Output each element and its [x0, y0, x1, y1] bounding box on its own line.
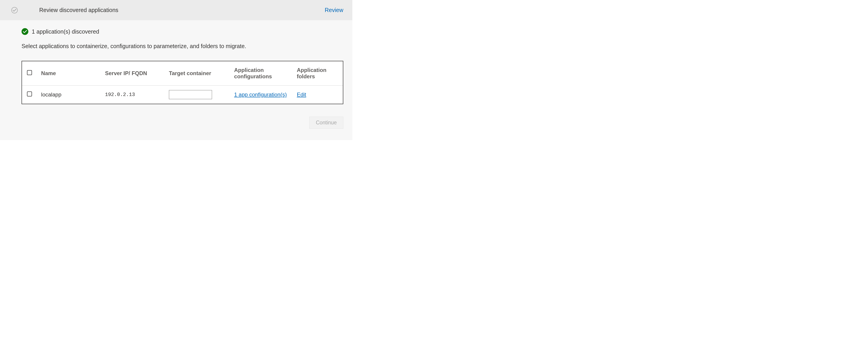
row-server: 192.0.2.13	[101, 86, 165, 104]
select-all-checkbox[interactable]	[27, 70, 32, 75]
header-target: Target container	[165, 61, 230, 86]
header-config: Application configurations	[230, 61, 293, 86]
target-container-input[interactable]	[169, 90, 212, 99]
row-checkbox-cell	[22, 86, 37, 104]
status-text: 1 application(s) discovered	[32, 28, 99, 35]
header-checkbox-cell	[22, 61, 37, 86]
app-configurations-link[interactable]: 1 app configuration(s)	[234, 91, 287, 99]
description-text: Select applications to containerize, con…	[22, 43, 343, 50]
review-link[interactable]: Review	[325, 7, 343, 13]
content-area: 1 application(s) discovered Select appli…	[0, 20, 352, 140]
applications-table: Name Server IP/ FQDN Target container Ap…	[22, 61, 343, 104]
header-name: Name	[37, 61, 101, 86]
page-container: Review discovered applications Review 1 …	[0, 0, 352, 140]
header-folders: Application folders	[293, 61, 343, 86]
footer: Continue	[22, 104, 343, 129]
section-header: Review discovered applications Review	[0, 0, 352, 20]
row-checkbox[interactable]	[27, 91, 32, 96]
row-config-cell: 1 app configuration(s)	[230, 86, 293, 104]
table-row: localapp 192.0.2.13 1 app configuration(…	[22, 86, 343, 104]
checkmark-circle-icon	[11, 7, 18, 13]
success-icon	[22, 28, 28, 35]
edit-folders-link[interactable]: Edit	[297, 91, 306, 99]
row-target-cell	[165, 86, 230, 104]
table-header-row: Name Server IP/ FQDN Target container Ap…	[22, 61, 343, 86]
applications-table-wrapper: Name Server IP/ FQDN Target container Ap…	[22, 61, 343, 104]
status-row: 1 application(s) discovered	[22, 28, 343, 35]
header-server: Server IP/ FQDN	[101, 61, 165, 86]
continue-button[interactable]: Continue	[309, 117, 343, 129]
section-title: Review discovered applications	[39, 7, 325, 13]
row-folders-cell: Edit	[293, 86, 343, 104]
row-name: localapp	[37, 86, 101, 104]
